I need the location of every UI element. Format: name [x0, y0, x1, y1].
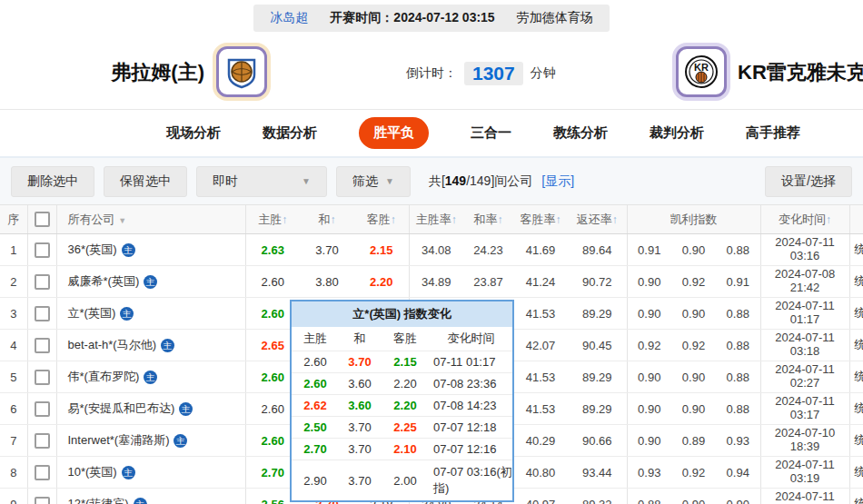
stats-link-clipped[interactable]: 统计: [849, 330, 863, 361]
away-rate-cell: 42.07: [513, 330, 568, 361]
popup-history-row: 2.70 3.70 2.10 07-07 12:16: [292, 438, 512, 460]
stats-link-clipped[interactable]: 统计: [849, 234, 863, 266]
kelly-away-cell: 0.94: [716, 457, 760, 489]
table-row: 2 威廉希*(英国)主 2.60 3.80 2.20 34.89 23.87 4…: [0, 266, 863, 298]
company-cell[interactable]: 12*(菲律宾)主: [56, 489, 245, 504]
popup-change-time: 07-11 01:17: [430, 355, 512, 369]
header-company-label: 所有公司: [68, 212, 115, 226]
sort-asc-icon: ↑: [331, 213, 336, 226]
popup-away-odds: 2.20: [381, 399, 430, 412]
stats-link-clipped[interactable]: 统计: [849, 425, 863, 457]
change-time-cell: 2024-07-0821:42: [760, 266, 849, 298]
row-checkbox[interactable]: [35, 274, 50, 290]
stats-link-clipped[interactable]: 统计: [849, 361, 863, 393]
tab-coach-analysis[interactable]: 教练分析: [553, 124, 608, 142]
venue-name: 劳加德体育场: [517, 10, 593, 26]
stats-link-clipped[interactable]: 统计: [849, 393, 863, 425]
company-cell[interactable]: 易*(安提瓜和巴布达)主: [56, 393, 245, 425]
row-checkbox[interactable]: [35, 338, 50, 353]
popup-history-row: 2.62 3.60 2.20 07-08 14:23: [292, 394, 512, 416]
select-all-checkbox[interactable]: [35, 212, 50, 227]
row-index: 8: [0, 457, 27, 489]
header-away-rate-label: 客胜率: [521, 212, 556, 226]
company-cell[interactable]: 立*(英国)主: [56, 298, 245, 330]
header-company[interactable]: 所有公司 ▼: [56, 205, 245, 234]
tab-three-in-one[interactable]: 三合一: [471, 124, 511, 142]
away-team-name: KR雷克雅未克: [738, 59, 863, 86]
change-time-cell: 2024-07-1103:16: [760, 234, 849, 266]
sort-asc-icon: ↑: [498, 213, 503, 226]
header-kelly: 凯利指数: [627, 205, 760, 234]
header-return-rate[interactable]: 返还率↑: [568, 205, 627, 234]
header-home-rate[interactable]: 主胜率↑: [409, 205, 463, 234]
company-cell[interactable]: 36*(英国)主: [56, 234, 245, 266]
chevron-down-icon: ▼: [302, 176, 311, 186]
tab-data-analysis[interactable]: 数据分析: [263, 124, 317, 142]
svg-text:KR: KR: [694, 62, 709, 73]
row-checkbox[interactable]: [35, 306, 50, 321]
tab-live-analysis[interactable]: 现场分析: [166, 124, 221, 142]
draw-odds-cell[interactable]: 3.80: [300, 266, 354, 298]
company-cell[interactable]: 伟*(直布罗陀)主: [56, 361, 245, 393]
delete-selected-button[interactable]: 删除选中: [11, 166, 94, 197]
kelly-home-cell: 0.90: [627, 393, 671, 425]
analysis-nav: 现场分析 数据分析 胜平负 三合一 教练分析 裁判分析 高手推荐: [0, 109, 863, 156]
draw-odds-cell[interactable]: 3.70: [300, 234, 354, 266]
company-cell[interactable]: Interwet*(塞浦路斯)主: [56, 425, 245, 457]
home-team-logo: [216, 46, 267, 97]
header-draw-odds[interactable]: 和↑: [300, 205, 354, 234]
countdown: 倒计时： 1307 分钟: [406, 62, 556, 85]
header-away-odds[interactable]: 客胜↑: [354, 205, 409, 234]
count-total: /149]间公司: [466, 173, 532, 188]
show-link[interactable]: [显示]: [541, 173, 574, 190]
company-name: 易*(安提瓜和巴布达): [68, 401, 175, 415]
tab-referee-analysis[interactable]: 裁判分析: [650, 124, 704, 142]
company-name: 36*(英国): [68, 242, 117, 256]
sort-asc-icon: ↑: [612, 213, 618, 226]
tab-win-draw-lose[interactable]: 胜平负: [359, 117, 429, 149]
popup-change-time: 07-08 14:23: [430, 399, 512, 412]
row-checkbox[interactable]: [35, 433, 50, 449]
header-draw-rate[interactable]: 和率↑: [463, 205, 513, 234]
keep-selected-button[interactable]: 保留选中: [104, 166, 187, 197]
change-time-cell: 2024-07-1102:27: [760, 361, 849, 393]
return-rate-cell: 90.72: [568, 266, 627, 298]
kelly-away-cell: 0.88: [716, 298, 760, 330]
row-checkbox[interactable]: [35, 401, 50, 417]
header-home-odds[interactable]: 主胜↑: [245, 205, 300, 234]
company-cell[interactable]: 威廉希*(英国)主: [56, 266, 245, 298]
home-odds-cell[interactable]: 2.60: [245, 266, 300, 298]
draw-rate-cell: 24.23: [463, 234, 513, 266]
header-return-rate-label: 返还率: [577, 212, 612, 226]
away-odds-cell[interactable]: 2.20: [354, 266, 409, 298]
stats-link-clipped[interactable]: 统计: [849, 457, 863, 489]
company-cell[interactable]: 10*(英国)主: [56, 457, 245, 489]
popup-home-odds: 2.60: [292, 377, 339, 390]
row-checkbox[interactable]: [35, 497, 50, 504]
popup-history-row: 2.60 3.70 2.15 07-11 01:17: [292, 351, 512, 372]
stats-link-clipped[interactable]: 统计: [849, 266, 863, 298]
tab-expert-recommend[interactable]: 高手推荐: [746, 124, 800, 142]
change-date: 2024-07-10: [762, 427, 848, 440]
row-checkbox[interactable]: [35, 370, 50, 385]
league-name[interactable]: 冰岛超: [270, 10, 308, 26]
return-rate-cell: 90.45: [568, 330, 627, 361]
row-checkbox[interactable]: [35, 465, 50, 480]
kelly-draw-cell: 0.90: [671, 393, 716, 425]
kickoff-time: 开赛时间：2024-07-12 03:15: [330, 10, 494, 26]
settings-select-button[interactable]: 设置/选择: [765, 166, 852, 197]
kelly-away-cell: 0.91: [716, 266, 760, 298]
home-odds-cell[interactable]: 2.63: [245, 234, 300, 266]
header-change-time[interactable]: 变化时间↑: [760, 205, 849, 234]
header-away-rate[interactable]: 客胜率↑: [513, 205, 568, 234]
home-badge: 主: [122, 243, 135, 257]
stats-link-clipped[interactable]: 统计: [849, 298, 863, 330]
filter-dropdown[interactable]: 筛选 ▼: [336, 166, 411, 197]
stats-link-clipped[interactable]: 统计: [849, 489, 863, 504]
company-cell[interactable]: bet-at-h*(马尔他)主: [56, 330, 245, 361]
instant-odds-select[interactable]: 即时 ▼: [196, 166, 327, 197]
away-odds-cell[interactable]: 2.15: [354, 234, 409, 266]
top-info-bar: 冰岛超 开赛时间：2024-07-12 03:15 劳加德体育场: [0, 0, 863, 36]
row-checkbox[interactable]: [35, 242, 50, 258]
home-badge: 主: [134, 498, 147, 504]
